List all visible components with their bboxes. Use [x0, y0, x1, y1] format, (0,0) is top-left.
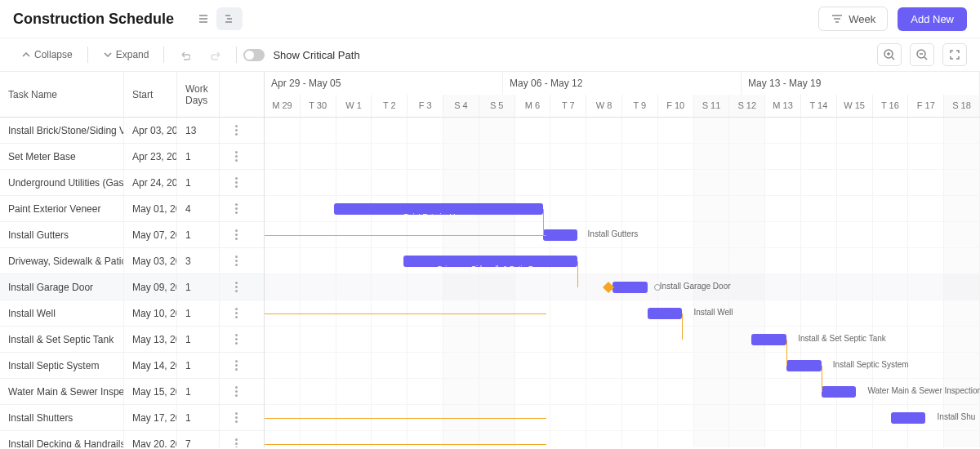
table-row[interactable]: Install Gutters May 07, 2024 1 — [0, 222, 264, 248]
expand-label: Expand — [116, 49, 149, 60]
task-days-cell: 1 — [177, 170, 220, 195]
gantt-row[interactable]: Install Shu — [265, 405, 980, 431]
day-label: W 8 — [586, 95, 622, 118]
table-row[interactable]: Water Main & Sewer Inspection May 15, 20… — [0, 379, 264, 405]
gantt-row[interactable]: Install Garage Door — [265, 274, 980, 300]
task-start-cell: May 03, 2024 — [124, 248, 177, 273]
col-header-start[interactable]: Start — [124, 72, 177, 117]
row-menu-button[interactable] — [220, 300, 252, 326]
row-menu-button[interactable] — [220, 196, 252, 221]
gantt-bar[interactable] — [612, 282, 648, 293]
row-menu-button[interactable] — [220, 144, 252, 169]
gantt-bar[interactable] — [786, 360, 822, 371]
gantt-view-btn[interactable] — [216, 7, 243, 30]
task-days-cell: 1 — [177, 300, 220, 326]
table-row[interactable]: Install & Set Septic Tank May 13, 2024 1 — [0, 327, 264, 353]
col-header-days[interactable]: Work Days — [177, 72, 220, 117]
redo-icon — [210, 49, 221, 60]
task-name-cell: Install Shutters — [0, 405, 124, 430]
gantt-row[interactable]: Install Well — [265, 300, 980, 327]
task-table: Task Name Start Work Days Install Brick/… — [0, 72, 265, 447]
undo-button[interactable] — [171, 46, 198, 64]
gantt-bar[interactable] — [751, 334, 786, 345]
list-icon — [197, 12, 210, 25]
table-row[interactable]: Install Garage Door May 09, 2024 1 — [0, 274, 264, 300]
gantt-row[interactable]: Install Septic System — [265, 353, 980, 379]
gantt-row[interactable] — [265, 170, 980, 196]
gantt-row[interactable] — [265, 118, 980, 144]
critical-path-toggle[interactable] — [243, 49, 265, 61]
table-row[interactable]: Install Shutters May 17, 2024 1 — [0, 405, 264, 431]
zoom-in-button[interactable] — [877, 43, 902, 66]
fullscreen-button[interactable] — [942, 43, 967, 66]
table-row[interactable]: Underground Utilities (Gas Electric Apr … — [0, 170, 264, 196]
task-start-cell: May 01, 2024 — [124, 196, 177, 221]
add-new-button[interactable]: Add New — [898, 7, 967, 31]
table-row[interactable]: Install Decking & Handrails May 20, 2024… — [0, 431, 264, 447]
task-start-cell: May 09, 2024 — [124, 274, 177, 300]
gantt-bar[interactable] — [891, 412, 926, 424]
list-view-btn[interactable] — [190, 7, 216, 30]
timescale-select[interactable]: Week — [818, 7, 888, 31]
bar-label: Install & Set Septic Tank — [798, 334, 886, 343]
timescale-label: Week — [849, 13, 875, 25]
row-menu-button[interactable] — [220, 327, 252, 352]
table-row[interactable]: Paint Exterior Veneer May 01, 2024 4 — [0, 196, 264, 222]
table-row[interactable]: Install Septic System May 14, 2024 1 — [0, 353, 264, 379]
expand-button[interactable]: Expand — [95, 46, 158, 64]
dots-icon — [235, 256, 238, 266]
row-menu-button[interactable] — [220, 353, 252, 378]
task-start-cell: May 17, 2024 — [124, 405, 177, 430]
day-label: T 9 — [622, 95, 658, 118]
row-menu-button[interactable] — [220, 248, 252, 273]
gantt-bar[interactable] — [648, 308, 683, 319]
row-menu-button[interactable] — [220, 431, 252, 447]
gantt-bar[interactable]: Driveway, Sidewalk & Patio Pour — [403, 256, 577, 267]
row-menu-button[interactable] — [220, 170, 252, 195]
gantt-bar[interactable] — [543, 229, 578, 241]
view-toggle — [190, 7, 243, 30]
task-days-cell: 1 — [177, 379, 220, 404]
row-menu-button[interactable] — [220, 274, 252, 300]
table-row[interactable]: Install Well May 10, 2024 1 — [0, 300, 264, 327]
task-days-cell: 1 — [177, 327, 220, 352]
gantt-chart[interactable]: Apr 29 - May 05May 06 - May 12May 13 - M… — [265, 72, 980, 447]
gantt-row[interactable]: Install & Set Septic Tank — [265, 327, 980, 353]
gantt-row[interactable] — [265, 431, 980, 447]
day-label: T 14 — [801, 95, 837, 118]
row-menu-button[interactable] — [220, 222, 252, 247]
dots-icon — [235, 412, 238, 423]
dependency-marker — [654, 284, 661, 291]
gantt-row[interactable]: Paint Exterior Veneer — [265, 196, 980, 222]
task-days-cell: 1 — [177, 274, 220, 300]
day-label: T 7 — [550, 95, 586, 118]
gantt-bar[interactable] — [822, 386, 857, 398]
chevron-down-icon — [103, 50, 113, 60]
table-row[interactable]: Driveway, Sidewalk & Patio Pour May 03, … — [0, 248, 264, 274]
row-menu-button[interactable] — [220, 405, 252, 430]
row-menu-button[interactable] — [220, 379, 252, 404]
day-label: W 1 — [336, 95, 372, 118]
gantt-row[interactable]: Driveway, Sidewalk & Patio Pour — [265, 248, 980, 274]
gantt-row[interactable]: Water Main & Sewer Inspection — [265, 379, 980, 405]
bar-label: Paint Exterior Veneer — [403, 211, 473, 222]
day-label: F 17 — [908, 95, 944, 118]
row-menu-button[interactable] — [220, 118, 252, 143]
redo-button[interactable] — [202, 46, 229, 64]
col-header-name[interactable]: Task Name — [0, 72, 124, 117]
task-start-cell: Apr 23, 2024 — [124, 144, 177, 169]
task-name-cell: Install Garage Door — [0, 274, 124, 300]
gantt-bar[interactable]: Paint Exterior Veneer — [334, 203, 543, 215]
gantt-row[interactable] — [265, 144, 980, 170]
gantt-row[interactable]: Install Gutters — [265, 222, 980, 248]
table-row[interactable]: Set Meter Base Apr 23, 2024 1 — [0, 144, 264, 170]
dots-icon — [235, 203, 238, 214]
task-name-cell: Install Septic System — [0, 353, 124, 378]
task-days-cell: 4 — [177, 196, 220, 221]
day-label: S 12 — [729, 95, 765, 118]
bar-label: Water Main & Sewer Inspection — [867, 386, 980, 395]
zoom-out-button[interactable] — [910, 43, 934, 66]
dots-icon — [235, 151, 238, 162]
table-row[interactable]: Install Brick/Stone/Siding Veneer Apr 03… — [0, 118, 264, 144]
collapse-button[interactable]: Collapse — [13, 46, 81, 64]
